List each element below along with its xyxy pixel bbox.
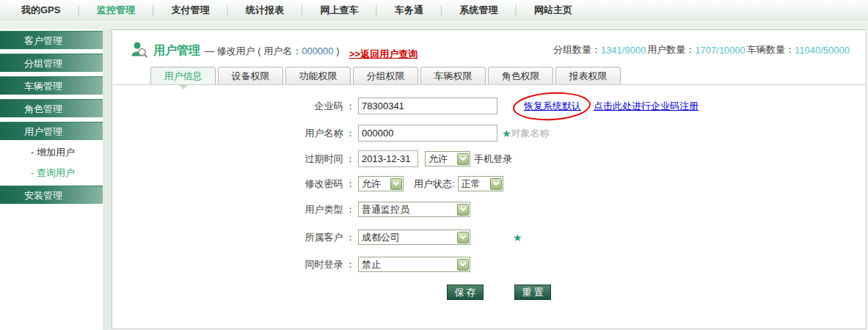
topnav-item-system-mgmt[interactable]: 系统管理: [444, 4, 513, 17]
tab-group-perms[interactable]: 分组权限: [353, 67, 418, 84]
concurrent-login-select[interactable]: 禁止: [358, 257, 470, 272]
topnav-item-monitor-mgmt[interactable]: 监控管理: [81, 4, 150, 17]
expire-date-label: 过期时间 ：: [112, 153, 355, 166]
quota-stats: 分组数量： 1341/9000 用户数量： 1707/10000 车辆数量： 1…: [553, 43, 851, 56]
nav-separator: │: [76, 5, 81, 15]
reset-button[interactable]: 重置: [514, 285, 551, 300]
user-status-select[interactable]: 正常: [458, 176, 503, 191]
user-name-input[interactable]: [358, 125, 497, 142]
nav-separator: │: [513, 5, 519, 15]
user-status-label: 用户状态:: [414, 177, 455, 191]
top-band: [0, 21, 868, 29]
sidebar-item-role-mgmt[interactable]: 角色管理: [0, 99, 103, 117]
group-count-value: 1341/9000: [601, 45, 646, 56]
sidebar-item-add-user[interactable]: - 增加用户: [0, 144, 103, 161]
chevron-down-icon: [390, 178, 402, 190]
customer-value: 成都公司: [362, 231, 400, 244]
topnav-item-online-query[interactable]: 网上查车: [304, 4, 373, 17]
tab-function-perms[interactable]: 功能权限: [285, 67, 351, 84]
mobile-login-permit-select[interactable]: 允许: [425, 151, 470, 166]
tab-divider: [113, 84, 866, 85]
topnav-item-statistics[interactable]: 统计报表: [230, 4, 299, 17]
nav-separator: │: [439, 5, 445, 15]
topnav-item-website-home[interactable]: 网站主页: [519, 4, 588, 17]
tab-role-perms[interactable]: 角色权限: [488, 67, 553, 84]
tab-bar: 用户信息 设备权限 功能权限 分组权限 车辆权限 角色权限 报表权限: [150, 67, 623, 84]
topnav-item-vehicle-service[interactable]: 车务通: [379, 4, 439, 17]
nav-separator: │: [150, 5, 156, 15]
user-type-value: 普通监控员: [362, 203, 409, 216]
modify-password-value: 允许: [362, 177, 381, 191]
user-count-label: 用户数量：: [647, 43, 695, 56]
user-name-row: 用户名称 ： ★ 对象名称: [112, 125, 550, 142]
concurrent-login-value: 禁止: [362, 258, 381, 271]
page-mode-text: — 修改用户 ( 用户名：000000 ): [205, 45, 340, 58]
tab-device-perms[interactable]: 设备权限: [218, 67, 283, 84]
page: 我的GPS│ 监控管理│ 支付管理│ 统计报表│ 网上查车│ 车务通│ 系统管理…: [0, 0, 868, 330]
sidebar-item-group-mgmt[interactable]: 分组管理: [0, 54, 103, 72]
expire-date-row: 过期时间 ： 允许 手机登录: [112, 150, 512, 167]
user-search-icon: [130, 40, 149, 62]
customer-select[interactable]: 成都公司: [358, 230, 470, 245]
customer-row: 所属客户 ： 成都公司 ★: [112, 230, 522, 245]
nav-separator: │: [373, 5, 379, 15]
object-name-hint: 对象名称: [511, 127, 550, 140]
vehicle-count-label: 车辆数量：: [747, 43, 795, 56]
user-type-label: 用户类型 ：: [112, 203, 355, 216]
sidebar: 客户管理 分组管理 车辆管理 角色管理 用户管理 - 增加用户 - 查询用户 安…: [0, 31, 103, 208]
top-navigation: 我的GPS│ 监控管理│ 支付管理│ 统计报表│ 网上查车│ 车务通│ 系统管理…: [0, 0, 868, 21]
enterprise-code-label: 企业码 ：: [112, 100, 355, 113]
back-to-user-query-link[interactable]: >>返回用户查询: [349, 48, 417, 61]
enterprise-code-input[interactable]: [358, 98, 497, 114]
modify-password-row: 修改密码 ： 允许 用户状态: 正常: [112, 176, 503, 191]
vehicle-count-value: 11040/50000: [795, 45, 850, 56]
enterprise-code-row: 企业码 ： 恢复系统默认 点击此处进行企业码注册: [112, 98, 699, 114]
expire-date-input[interactable]: [358, 150, 418, 167]
chevron-down-icon: [490, 178, 502, 190]
mobile-login-label: 手机登录: [474, 153, 512, 166]
chevron-down-icon: [457, 204, 469, 216]
tab-vehicle-perms[interactable]: 车辆权限: [420, 67, 486, 84]
main-panel: 用户管理 — 修改用户 ( 用户名：000000 ) >>返回用户查询 分组数量…: [112, 29, 867, 329]
tab-report-perms[interactable]: 报表权限: [555, 67, 621, 84]
page-header: 用户管理 — 修改用户 ( 用户名：000000 ): [130, 40, 340, 62]
chevron-down-icon: [457, 232, 469, 243]
sidebar-item-customer-mgmt[interactable]: 客户管理: [0, 31, 103, 49]
current-username: 000000: [302, 45, 333, 56]
user-name-label: 用户名称 ：: [112, 127, 355, 140]
user-type-row: 用户类型 ： 普通监控员: [112, 202, 470, 217]
concurrent-login-row: 同时登录 ： 禁止: [112, 257, 470, 272]
mobile-login-permit-value: 允许: [428, 153, 448, 166]
chevron-down-icon: [457, 259, 469, 271]
user-status-value: 正常: [462, 177, 481, 191]
sidebar-gutter: [103, 29, 112, 330]
page-title: 用户管理: [153, 43, 200, 59]
group-count-label: 分组数量：: [553, 43, 601, 56]
restore-default-link[interactable]: 恢复系统默认: [524, 100, 581, 113]
nav-separator: │: [299, 5, 305, 15]
required-star-icon: ★: [502, 128, 511, 139]
user-type-select[interactable]: 普通监控员: [358, 202, 470, 217]
nav-separator: │: [225, 5, 230, 15]
sidebar-item-vehicle-mgmt[interactable]: 车辆管理: [0, 76, 103, 95]
sidebar-item-install-mgmt[interactable]: 安装管理: [0, 186, 103, 204]
sidebar-item-user-mgmt[interactable]: 用户管理: [0, 122, 103, 140]
required-star-icon: ★: [513, 232, 522, 243]
save-button[interactable]: 保存: [447, 285, 484, 300]
user-count-value: 1707/10000: [695, 45, 745, 56]
register-enterprise-code-link[interactable]: 点击此处进行企业码注册: [594, 100, 699, 113]
chevron-down-icon: [457, 153, 469, 165]
topnav-item-payment-mgmt[interactable]: 支付管理: [156, 4, 225, 17]
concurrent-login-label: 同时登录 ：: [112, 258, 355, 271]
modify-password-select[interactable]: 允许: [358, 176, 404, 191]
customer-label: 所属客户 ：: [112, 231, 355, 244]
tab-user-info[interactable]: 用户信息: [150, 67, 216, 84]
modify-password-label: 修改密码 ：: [112, 177, 355, 191]
active-tab-pointer: [179, 85, 188, 89]
topnav-item-my-gps[interactable]: 我的GPS: [6, 4, 76, 17]
sidebar-item-query-user[interactable]: - 查询用户: [0, 165, 103, 181]
